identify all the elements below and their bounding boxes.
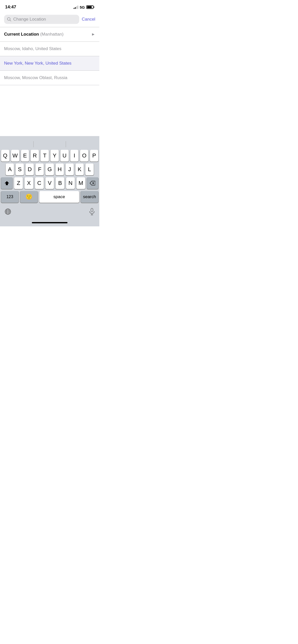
globe-key[interactable] — [2, 206, 14, 217]
globe-icon — [5, 208, 11, 215]
location-item-new-york[interactable]: New York, New York, United States — [0, 56, 99, 70]
cancel-button[interactable]: Cancel — [82, 17, 95, 22]
keyboard: Q W E R T Y U I O P A S D F G H J K L — [0, 136, 99, 226]
key-n[interactable]: N — [66, 177, 75, 189]
status-icons: 5G — [74, 5, 94, 9]
location-list: Current Location (Manhattan) ► Moscow, I… — [0, 27, 99, 85]
key-t[interactable]: T — [40, 150, 49, 162]
key-c[interactable]: C — [35, 177, 44, 189]
location-item-moscow-russia[interactable]: Moscow, Moscow Oblast, Russia — [0, 71, 99, 85]
key-e[interactable]: E — [21, 150, 29, 162]
shift-key[interactable] — [1, 177, 12, 189]
key-r[interactable]: R — [31, 150, 39, 162]
key-o[interactable]: O — [80, 150, 88, 162]
location-item-current[interactable]: Current Location (Manhattan) ► — [0, 27, 99, 41]
key-a[interactable]: A — [6, 164, 14, 175]
delete-key[interactable] — [87, 177, 98, 189]
svg-rect-9 — [91, 208, 93, 212]
key-i[interactable]: I — [70, 150, 79, 162]
key-m[interactable]: M — [76, 177, 85, 189]
space-key[interactable]: space — [39, 191, 79, 203]
key-l[interactable]: L — [85, 164, 94, 175]
key-y[interactable]: Y — [50, 150, 59, 162]
keyboard-row-4: 123 🙂 space search — [1, 191, 98, 203]
keyboard-row-2: A S D F G H J K L — [1, 164, 98, 175]
key-h[interactable]: H — [56, 164, 64, 175]
key-w[interactable]: W — [11, 150, 19, 162]
key-j[interactable]: J — [65, 164, 74, 175]
keyboard-row-3: Z X C V B N M — [1, 177, 98, 189]
key-q[interactable]: Q — [1, 150, 9, 162]
key-d[interactable]: D — [25, 164, 34, 175]
location-item-moscow-idaho[interactable]: Moscow, Idaho, United States — [0, 42, 99, 56]
mic-key[interactable] — [87, 206, 97, 217]
signal-icon — [74, 5, 78, 9]
status-time: 14:47 — [5, 5, 16, 10]
content-area — [0, 85, 99, 136]
location-arrow-icon: ► — [91, 32, 95, 37]
key-b[interactable]: B — [56, 177, 64, 189]
current-location-label: Current Location (Manhattan) — [4, 32, 63, 37]
moscow-russia-label: Moscow, Moscow Oblast, Russia — [4, 75, 67, 80]
new-york-label: New York, New York, United States — [4, 61, 72, 66]
mic-icon — [89, 208, 95, 215]
key-s[interactable]: S — [16, 164, 24, 175]
search-input-wrapper[interactable] — [4, 15, 79, 24]
moscow-idaho-label: Moscow, Idaho, United States — [4, 46, 61, 51]
shift-icon — [4, 180, 10, 186]
search-key[interactable]: search — [81, 191, 98, 203]
key-p[interactable]: P — [90, 150, 98, 162]
search-input[interactable] — [13, 17, 76, 22]
key-z[interactable]: Z — [14, 177, 23, 189]
delete-icon — [90, 181, 95, 185]
suggestion-bar — [1, 139, 98, 150]
home-indicator — [32, 222, 67, 223]
numbers-key[interactable]: 123 — [1, 191, 19, 203]
keyboard-row-1: Q W E R T Y U I O P — [1, 150, 98, 162]
suggestion-divider-right — [66, 141, 66, 147]
key-u[interactable]: U — [60, 150, 69, 162]
keyboard-bottom-row — [1, 205, 98, 221]
search-icon — [7, 17, 11, 21]
suggestion-divider-left — [33, 141, 34, 147]
key-x[interactable]: X — [24, 177, 33, 189]
key-f[interactable]: F — [35, 164, 44, 175]
svg-line-1 — [10, 20, 11, 21]
key-k[interactable]: K — [75, 164, 84, 175]
key-v[interactable]: V — [45, 177, 54, 189]
battery-icon — [86, 5, 94, 9]
status-bar: 14:47 5G — [0, 0, 99, 13]
emoji-key[interactable]: 🙂 — [20, 191, 38, 203]
key-g[interactable]: G — [45, 164, 54, 175]
network-label: 5G — [80, 5, 85, 9]
search-area: Cancel — [0, 13, 99, 27]
